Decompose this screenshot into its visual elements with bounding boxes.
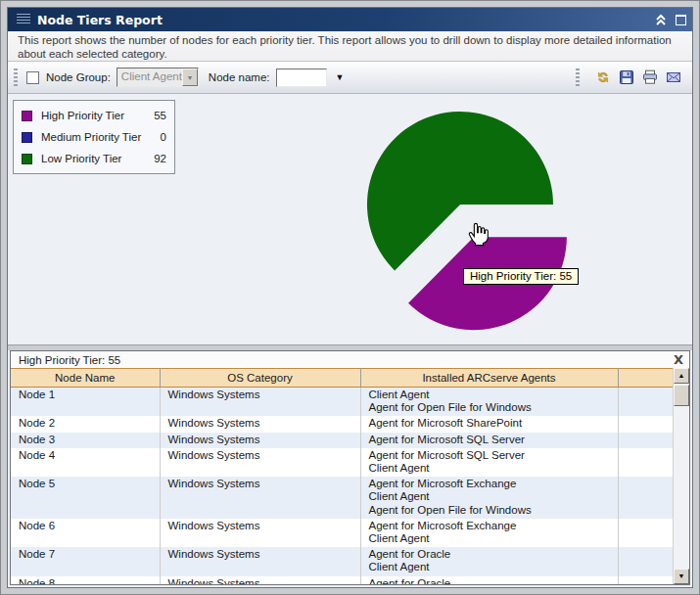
agents-cell: Agent for OracleClient Agent: [360, 576, 618, 584]
agent-line: Client Agent: [369, 462, 610, 475]
agent-line: Client Agent: [369, 561, 610, 573]
legend-value: 92: [154, 153, 166, 164]
table-row: Node 4Windows SystemsAgent for Microsoft…: [11, 448, 673, 477]
agent-line: Agent for Oracle: [369, 548, 610, 561]
email-button[interactable]: [665, 69, 682, 86]
empty-cell: [618, 448, 673, 477]
vertical-scrollbar[interactable]: ▲ ▼: [673, 368, 689, 584]
empty-cell: [618, 576, 673, 584]
empty-cell: [618, 547, 673, 575]
column-header[interactable]: Node Name: [11, 369, 160, 388]
node-name-cell: Node 1: [11, 388, 160, 417]
legend-item: Medium Priority Tier0: [14, 126, 174, 148]
legend-label: Low Priority Tier: [41, 153, 154, 164]
report-description: This report shows the number of nodes fo…: [8, 31, 692, 62]
agents-cell: Agent for Microsoft SQL Server: [360, 433, 618, 448]
chevron-down-icon[interactable]: ▼: [182, 69, 198, 86]
toolbar: Node Group: Client Agent ▼ Node name: ▼: [8, 62, 692, 94]
legend-label: Medium Priority Tier: [41, 131, 161, 143]
os-category-cell: Windows Systems: [160, 576, 360, 584]
table-row: Node 1Windows SystemsClient AgentAgent f…: [11, 388, 673, 417]
column-header[interactable]: [618, 369, 673, 388]
agents-cell: Client AgentAgent for Open File for Wind…: [360, 388, 618, 417]
node-name-cell: Node 6: [11, 519, 160, 547]
node-name-cell: Node 4: [11, 448, 160, 477]
drilldown-table-container: Node NameOS CategoryInstalled ARCserve A…: [11, 368, 689, 584]
print-button[interactable]: [641, 69, 659, 86]
collapse-panel-button[interactable]: [654, 14, 668, 26]
print-icon: [642, 69, 658, 85]
chart-area: High Priority Tier55Medium Priority Tier…: [8, 94, 692, 344]
agent-line: Client Agent: [369, 490, 610, 503]
scroll-up-button[interactable]: ▲: [674, 368, 689, 384]
toolbar-grip-handle[interactable]: [14, 69, 18, 86]
drilldown-table: Node NameOS CategoryInstalled ARCserve A…: [11, 368, 673, 584]
toolbar-right-grip-handle[interactable]: [576, 69, 580, 86]
drilldown-panel: High Priority Tier: 55 X Node NameOS Cat…: [10, 350, 690, 585]
agent-line: Agent for Oracle: [369, 577, 610, 584]
os-category-cell: Windows Systems: [160, 433, 360, 448]
agents-cell: Agent for Microsoft ExchangeClient Agent: [360, 519, 618, 547]
legend-item: High Priority Tier55: [14, 105, 174, 126]
table-row: Node 7Windows SystemsAgent for OracleCli…: [11, 547, 673, 575]
agents-cell: Agent for OracleClient Agent: [360, 547, 618, 575]
table-row: Node 8Windows SystemsAgent for OracleCli…: [11, 576, 673, 584]
close-icon[interactable]: X: [674, 353, 683, 366]
table-row: Node 5Windows SystemsAgent for Microsoft…: [11, 477, 673, 519]
save-icon: [619, 69, 634, 85]
empty-cell: [618, 388, 673, 417]
os-category-cell: Windows Systems: [160, 388, 360, 417]
agent-line: Client Agent: [369, 389, 610, 401]
legend-value: 55: [154, 110, 166, 121]
empty-cell: [618, 433, 673, 448]
scrollbar-thumb[interactable]: [674, 385, 689, 406]
node-name-input[interactable]: [276, 69, 327, 87]
legend-swatch-icon: [22, 111, 32, 121]
node-name-cell: Node 2: [11, 416, 160, 432]
table-row: Node 3Windows SystemsAgent for Microsoft…: [11, 433, 673, 448]
legend-swatch-icon: [22, 154, 32, 164]
legend-value: 0: [161, 131, 166, 143]
agent-line: Agent for Microsoft SQL Server: [369, 434, 610, 446]
agent-line: Agent for Microsoft SharePoint: [369, 417, 610, 430]
maximize-button[interactable]: [676, 15, 686, 25]
column-header[interactable]: Installed ARCserve Agents: [360, 369, 618, 388]
agents-cell: Agent for Microsoft SQL ServerClient Age…: [360, 448, 618, 477]
node-group-checkbox[interactable]: [26, 71, 39, 84]
drilldown-panel-header: High Priority Tier: 55 X: [11, 351, 689, 368]
column-header[interactable]: OS Category: [160, 369, 360, 388]
email-icon: [666, 69, 681, 85]
scroll-down-button[interactable]: ▼: [674, 569, 689, 584]
window-frame: Node Tiers Report This report shows the …: [0, 0, 700, 595]
chart-legend: High Priority Tier55Medium Priority Tier…: [13, 100, 175, 174]
titlebar-grip-icon: [17, 14, 30, 25]
table-row: Node 2Windows SystemsAgent for Microsoft…: [11, 416, 673, 432]
empty-cell: [618, 519, 673, 547]
os-category-cell: Windows Systems: [160, 448, 360, 477]
legend-swatch-icon: [22, 132, 32, 143]
node-name-cell: Node 3: [11, 433, 160, 448]
node-tiers-report-window: Node Tiers Report This report shows the …: [7, 7, 693, 588]
node-group-selected-value: Client Agent: [117, 69, 182, 86]
empty-cell: [618, 416, 673, 432]
os-category-cell: Windows Systems: [160, 477, 360, 519]
titlebar: Node Tiers Report: [8, 8, 692, 31]
drilldown-panel-title: High Priority Tier: 55: [19, 354, 120, 366]
agents-cell: Agent for Microsoft ExchangeClient Agent…: [360, 477, 618, 519]
agent-line: Agent for Open File for Windows: [369, 401, 610, 414]
page-title: Node Tiers Report: [37, 13, 163, 27]
agents-cell: Agent for Microsoft SharePoint: [360, 416, 618, 432]
node-name-label: Node name:: [209, 71, 270, 83]
agent-line: Agent for Microsoft SQL Server: [369, 449, 610, 462]
os-category-cell: Windows Systems: [160, 519, 360, 547]
refresh-button[interactable]: [594, 69, 612, 86]
legend-label: High Priority Tier: [41, 110, 154, 121]
node-group-label: Node Group:: [46, 71, 111, 83]
node-name-cell: Node 8: [11, 576, 160, 584]
table-row: Node 6Windows SystemsAgent for Microsoft…: [11, 519, 673, 547]
save-button[interactable]: [618, 69, 635, 86]
node-group-select[interactable]: Client Agent ▼: [117, 68, 199, 87]
agent-line: Client Agent: [369, 532, 610, 545]
hand-cursor-icon: [466, 221, 491, 249]
node-name-dropdown-arrow-icon[interactable]: ▼: [336, 72, 345, 82]
